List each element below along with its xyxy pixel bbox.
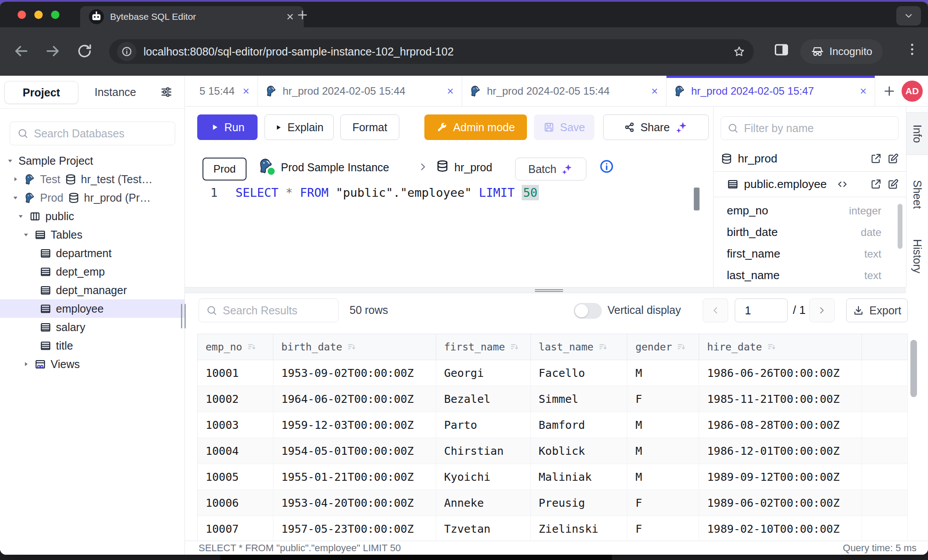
schema-scrollbar[interactable] bbox=[898, 204, 902, 249]
tree-item-dept-emp[interactable]: dept_emp bbox=[0, 262, 184, 281]
schema-column-row[interactable]: first_nametext bbox=[714, 243, 906, 265]
cell[interactable]: 1986-12-01T00:00:00Z bbox=[699, 438, 862, 464]
divider-grip[interactable] bbox=[535, 288, 563, 292]
new-query-tab-button[interactable] bbox=[882, 84, 896, 98]
cell[interactable]: 1989-09-12T00:00:00Z bbox=[699, 464, 862, 490]
schema-filter[interactable] bbox=[721, 116, 899, 140]
explain-button[interactable]: Explain bbox=[265, 114, 334, 140]
tab-info[interactable]: Info bbox=[906, 112, 928, 155]
breadcrumb-database[interactable]: hr_prod bbox=[454, 161, 492, 174]
sort-icon[interactable] bbox=[676, 342, 687, 352]
cell[interactable]: Georgi bbox=[436, 360, 531, 386]
sidebar-resize-handle[interactable] bbox=[181, 304, 186, 328]
address-bar[interactable]: localhost:8080/sql-editor/prod-sample-in… bbox=[109, 39, 754, 64]
cell[interactable]: Kyoichi bbox=[436, 464, 531, 490]
search-databases-input[interactable] bbox=[34, 127, 168, 140]
cell[interactable]: Preusig bbox=[531, 490, 628, 516]
admin-mode-button[interactable]: Admin mode bbox=[424, 114, 527, 140]
cell[interactable]: Zielinski bbox=[531, 516, 628, 542]
bookmark-star-icon[interactable] bbox=[733, 45, 746, 58]
cell[interactable]: M bbox=[627, 438, 699, 464]
table-row[interactable]: 100061953-04-20T00:00:00ZAnnekePreusigF1… bbox=[198, 490, 908, 516]
tree-item-test[interactable]: Testhr_test (Test… bbox=[0, 170, 184, 188]
close-tab-icon[interactable] bbox=[446, 87, 455, 96]
schema-table-row[interactable]: public.employee bbox=[714, 172, 906, 197]
cell[interactable]: Facello bbox=[531, 360, 628, 386]
tree-item-department[interactable]: department bbox=[0, 244, 184, 262]
cell[interactable]: 10006 bbox=[198, 490, 273, 516]
tree-item-title[interactable]: title bbox=[0, 336, 184, 355]
new-tab-button[interactable] bbox=[296, 8, 309, 22]
caret-right-icon[interactable] bbox=[22, 360, 30, 368]
table-row[interactable]: 100031959-12-03T00:00:00ZPartoBamfordM19… bbox=[198, 412, 908, 438]
cell[interactable]: 1986-06-26T00:00:00Z bbox=[699, 360, 862, 386]
table-row[interactable]: 100051955-01-21T00:00:00ZKyoichiMaliniak… bbox=[198, 464, 908, 490]
tree-item-public[interactable]: public bbox=[0, 207, 184, 225]
cell[interactable]: 10002 bbox=[198, 386, 273, 412]
cell[interactable]: M bbox=[627, 360, 699, 386]
sql-query-line[interactable]: SELECT * FROM "public"."employee" LIMIT … bbox=[236, 186, 539, 199]
cell[interactable]: Chirstian bbox=[436, 438, 531, 464]
schema-column-row[interactable]: emp_nointeger bbox=[714, 200, 906, 221]
close-window-button[interactable] bbox=[18, 11, 26, 19]
cell[interactable]: 1957-05-23T00:00:00Z bbox=[273, 516, 436, 542]
cell[interactable]: Koblick bbox=[531, 438, 628, 464]
edit-icon[interactable] bbox=[887, 153, 899, 165]
tab-instance[interactable]: Instance bbox=[88, 81, 143, 103]
prev-page-button[interactable] bbox=[703, 298, 728, 322]
tree-item-prod[interactable]: Prodhr_prod (Pr… bbox=[0, 188, 184, 207]
results-search[interactable] bbox=[199, 298, 339, 322]
cell[interactable]: 10001 bbox=[198, 360, 273, 386]
database-search[interactable] bbox=[10, 122, 175, 145]
caret-down-icon[interactable] bbox=[22, 231, 30, 239]
tab-project[interactable]: Project bbox=[4, 81, 78, 104]
tree-item-views[interactable]: Views bbox=[0, 355, 184, 373]
table-row[interactable]: 100041954-05-01T00:00:00ZChirstianKoblic… bbox=[198, 438, 908, 464]
close-tab-icon[interactable] bbox=[650, 87, 659, 96]
cell[interactable]: 1953-04-20T00:00:00Z bbox=[273, 490, 436, 516]
caret-down-icon[interactable] bbox=[11, 194, 19, 202]
cell[interactable]: 1989-06-02T00:00:00Z bbox=[699, 490, 862, 516]
table-row[interactable]: 100071957-05-23T00:00:00ZTzvetanZielinsk… bbox=[198, 516, 908, 542]
editor-tab-3[interactable]: hr_prod 2024-02-05 15:44 bbox=[462, 76, 667, 106]
cell[interactable]: 10003 bbox=[198, 412, 273, 438]
editor-tab-4[interactable]: hr_prod 2024-02-05 15:47 bbox=[667, 76, 875, 106]
cell[interactable]: 1953-09-02T00:00:00Z bbox=[273, 360, 436, 386]
column-header-gender[interactable]: gender bbox=[627, 334, 699, 360]
search-results-input[interactable] bbox=[223, 304, 331, 317]
cell[interactable]: M bbox=[627, 464, 699, 490]
batch-button[interactable]: Batch bbox=[515, 158, 586, 181]
reload-button[interactable] bbox=[76, 42, 93, 60]
sort-icon[interactable] bbox=[247, 342, 257, 352]
cell[interactable]: Tzvetan bbox=[436, 516, 531, 542]
sort-icon[interactable] bbox=[346, 342, 357, 352]
cell[interactable]: Anneke bbox=[436, 490, 531, 516]
column-header-emp_no[interactable]: emp_no bbox=[198, 334, 273, 360]
environment-chip[interactable]: Prod bbox=[203, 158, 247, 181]
cell[interactable]: 1955-01-21T00:00:00Z bbox=[273, 464, 436, 490]
side-panel-icon[interactable] bbox=[773, 41, 790, 58]
cell[interactable]: Maliniak bbox=[531, 464, 628, 490]
schema-database-row[interactable]: hr_prod bbox=[714, 146, 906, 172]
results-scrollbar[interactable] bbox=[910, 340, 917, 397]
sort-icon[interactable] bbox=[509, 342, 520, 352]
filter-settings-icon[interactable] bbox=[160, 85, 173, 99]
cell[interactable]: F bbox=[627, 490, 699, 516]
tree-item-sample-project[interactable]: Sample Project bbox=[0, 151, 184, 170]
tree-item-dept-manager[interactable]: dept_manager bbox=[0, 281, 184, 299]
forward-button[interactable] bbox=[44, 42, 62, 60]
column-header-first_name[interactable]: first_name bbox=[436, 334, 531, 360]
cell[interactable]: Bezalel bbox=[436, 386, 531, 412]
close-tab-icon[interactable] bbox=[242, 87, 250, 96]
ai-sparkles-icon[interactable] bbox=[675, 121, 688, 134]
cell[interactable]: F bbox=[627, 516, 699, 542]
share-button[interactable]: Share bbox=[603, 114, 709, 140]
cell[interactable]: F bbox=[627, 386, 699, 412]
column-header-last_name[interactable]: last_name bbox=[531, 334, 628, 360]
browser-menu-icon[interactable] bbox=[904, 41, 920, 57]
cell[interactable]: 10005 bbox=[198, 464, 273, 490]
minimize-window-button[interactable] bbox=[34, 11, 43, 19]
caret-right-icon[interactable] bbox=[11, 175, 19, 183]
tree-item-employee[interactable]: employee bbox=[0, 299, 184, 318]
filter-by-name-input[interactable] bbox=[744, 122, 892, 135]
